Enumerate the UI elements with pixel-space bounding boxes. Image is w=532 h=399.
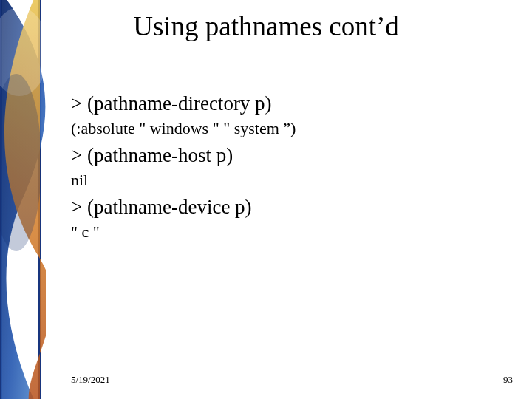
code-line-1: > (pathname-directory p) bbox=[71, 92, 510, 115]
slide: Using pathnames cont’d > (pathname-direc… bbox=[0, 0, 532, 399]
code-line-3: > (pathname-host p) bbox=[71, 143, 510, 167]
code-line-5: > (pathname-device p) bbox=[71, 195, 510, 219]
slide-content: > (pathname-directory p) (:absolute " wi… bbox=[71, 87, 510, 242]
left-decoration bbox=[0, 0, 46, 399]
code-line-6: " c " bbox=[71, 222, 510, 242]
decoration-graphic bbox=[0, 0, 46, 399]
footer-date: 5/19/2021 bbox=[71, 374, 110, 386]
slide-title: Using pathnames cont’d bbox=[0, 10, 532, 42]
code-line-2: (:absolute " windows " " system ”) bbox=[71, 118, 510, 139]
footer-page-number: 93 bbox=[503, 374, 513, 386]
code-line-4: nil bbox=[71, 170, 510, 191]
